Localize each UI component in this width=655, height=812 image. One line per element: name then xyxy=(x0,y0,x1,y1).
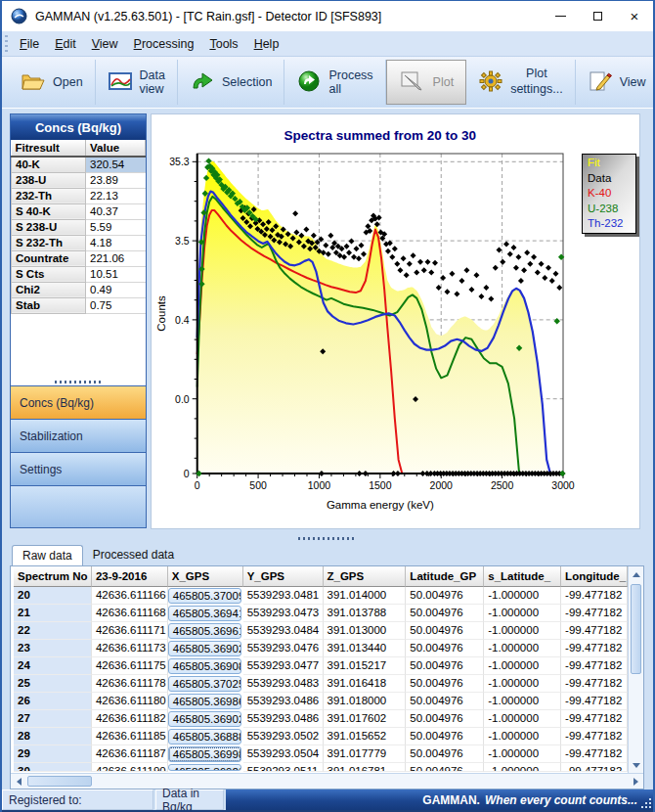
cell-z-gps[interactable]: 391.016781 xyxy=(324,763,407,772)
cell-23-9-2016[interactable]: 42636.611178 xyxy=(92,675,168,693)
cell-x-gps[interactable]: 465805.37009 xyxy=(168,588,241,604)
cell-latitude-gp[interactable]: 50.004976 xyxy=(406,693,484,710)
cell-spectrum-no[interactable]: 28 xyxy=(14,728,92,745)
scroll-up-button[interactable] xyxy=(629,566,644,582)
cell-spectrum-no[interactable]: 20 xyxy=(14,587,92,605)
tab-raw-data[interactable]: Raw data xyxy=(12,545,83,565)
fit-result-row[interactable]: Chi20.49 xyxy=(12,282,146,297)
selection-button[interactable]: Selection xyxy=(178,60,284,105)
cell-spectrum-no[interactable]: 24 xyxy=(14,657,92,675)
cell-y-gps[interactable]: 5539293.0486 xyxy=(243,710,324,728)
cell-z-gps[interactable]: 391.017779 xyxy=(324,745,407,763)
cell-x-gps[interactable]: 465805.36888 xyxy=(168,729,241,744)
table-row[interactable]: 2642636.611180465805.369865539293.048639… xyxy=(14,693,628,710)
cell-longitude-[interactable]: -99.477182 xyxy=(561,675,628,693)
fit-result-row[interactable]: Stab0.75 xyxy=(12,297,146,313)
scroll-left-button[interactable] xyxy=(11,774,26,789)
fit-result-row[interactable]: S 232-Th4.18 xyxy=(12,235,146,250)
cell-z-gps[interactable]: 391.016418 xyxy=(324,675,407,693)
cell-x-gps[interactable]: 465805.36998 xyxy=(168,746,241,762)
cell-23-9-2016[interactable]: 42636.611175 xyxy=(92,657,168,675)
table-row[interactable]: 2542636.611178465805.370255539293.048339… xyxy=(14,675,628,693)
cell-y-gps[interactable]: 5539293.0511 xyxy=(243,763,324,772)
cell-y-gps[interactable]: 5539293.0502 xyxy=(243,728,324,745)
cell-23-9-2016[interactable]: 42636.611168 xyxy=(92,605,168,622)
cell-latitude-gp[interactable]: 50.004976 xyxy=(406,657,484,675)
cell-s-latitude-[interactable]: -1.000000 xyxy=(484,640,561,657)
fit-result-row[interactable]: S 238-U5.59 xyxy=(12,219,146,235)
cell-s-latitude-[interactable]: -1.000000 xyxy=(484,693,561,710)
cell-23-9-2016[interactable]: 42636.611173 xyxy=(92,640,168,657)
cell-y-gps[interactable]: 5539293.0481 xyxy=(243,587,324,605)
cell-latitude-gp[interactable]: 50.004976 xyxy=(406,763,484,772)
sidebar-item-stabilization[interactable]: Stabilization xyxy=(11,419,146,452)
column-header-23-9-2016[interactable]: 23-9-2016 xyxy=(92,566,168,587)
plot-settings-button[interactable]: Plotsettings... xyxy=(466,60,576,105)
cell-s-latitude-[interactable]: -1.000000 xyxy=(484,728,561,745)
column-header-x-gps[interactable]: X_GPS xyxy=(168,566,243,587)
fit-col-header[interactable]: Fitresult xyxy=(12,140,86,157)
table-row[interactable]: 2342636.611173465805.369025539293.047639… xyxy=(14,640,628,657)
cell-x-gps[interactable]: 465805.36941 xyxy=(168,606,241,621)
cell-s-latitude-[interactable]: -1.000000 xyxy=(484,675,561,693)
vscroll-thumb[interactable] xyxy=(631,584,641,674)
cell-z-gps[interactable]: 391.017602 xyxy=(324,710,407,728)
cell-latitude-gp[interactable]: 50.004976 xyxy=(406,587,484,605)
minimize-button[interactable] xyxy=(542,1,579,31)
cell-longitude-[interactable]: -99.477182 xyxy=(561,763,628,772)
cell-s-latitude-[interactable]: -1.000000 xyxy=(484,745,561,763)
cell-s-latitude-[interactable]: -1.000000 xyxy=(484,605,561,622)
cell-23-9-2016[interactable]: 42636.611171 xyxy=(92,622,168,640)
cell-longitude-[interactable]: -99.477182 xyxy=(561,587,628,605)
table-row[interactable]: 2942636.611187465805.369985539293.050439… xyxy=(14,745,628,763)
scroll-down-button[interactable] xyxy=(629,757,644,773)
cell-23-9-2016[interactable]: 42636.611166 xyxy=(92,587,168,605)
cell-longitude-[interactable]: -99.477182 xyxy=(561,657,628,675)
cell-x-gps[interactable]: 465805.36902 xyxy=(168,711,241,727)
cell-spectrum-no[interactable]: 23 xyxy=(14,640,92,657)
cell-y-gps[interactable]: 5539293.0483 xyxy=(243,675,324,693)
column-header-z-gps[interactable]: Z_GPS xyxy=(324,566,407,587)
column-header-longitude-[interactable]: Longitude_ xyxy=(561,566,628,587)
cell-spectrum-no[interactable]: 26 xyxy=(14,693,92,710)
menu-help[interactable]: Help xyxy=(246,34,287,54)
fit-result-row[interactable]: 238-U23.89 xyxy=(12,172,146,188)
process-all-button[interactable]: Process all xyxy=(284,60,385,105)
column-header-latitude-gp[interactable]: Latitude_GP xyxy=(406,566,484,587)
cell-spectrum-no[interactable]: 22 xyxy=(14,622,92,640)
cell-z-gps[interactable]: 391.013440 xyxy=(324,640,407,657)
table-row[interactable]: 2042636.611166465805.370095539293.048139… xyxy=(14,587,628,605)
table-row[interactable]: 2842636.611185465805.368885539293.050239… xyxy=(14,728,628,745)
sidebar-item-concs-bq-kg[interactable]: Concs (Bq/kg) xyxy=(11,385,146,419)
cell-longitude-[interactable]: -99.477182 xyxy=(561,728,628,745)
column-header-spectrum-no[interactable]: Spectrum No xyxy=(14,566,92,587)
cell-longitude-[interactable]: -99.477182 xyxy=(561,605,628,622)
cell-longitude-[interactable]: -99.477182 xyxy=(561,693,628,710)
cell-23-9-2016[interactable]: 42636.611180 xyxy=(92,693,168,710)
cell-z-gps[interactable]: 391.015652 xyxy=(324,728,407,745)
cell-z-gps[interactable]: 391.015217 xyxy=(324,657,407,675)
cell-latitude-gp[interactable]: 50.004976 xyxy=(406,640,484,657)
cell-latitude-gp[interactable]: 50.004976 xyxy=(406,710,484,728)
menu-tools[interactable]: Tools xyxy=(201,34,245,54)
panel-splitter[interactable] xyxy=(11,378,146,385)
menu-processing[interactable]: Processing xyxy=(126,34,202,54)
cell-23-9-2016[interactable]: 42636.611187 xyxy=(92,745,168,763)
cell-z-gps[interactable]: 391.018000 xyxy=(324,693,407,710)
resize-grip-icon[interactable] xyxy=(641,798,651,808)
cell-spectrum-no[interactable]: 21 xyxy=(14,605,92,622)
toolbar-grip[interactable] xyxy=(5,35,8,53)
menu-file[interactable]: File xyxy=(12,34,47,54)
cell-23-9-2016[interactable]: 42636.611190 xyxy=(92,763,168,772)
menu-edit[interactable]: Edit xyxy=(47,34,84,54)
cell-s-latitude-[interactable]: -1.000000 xyxy=(484,587,561,605)
cell-23-9-2016[interactable]: 42636.611182 xyxy=(92,710,168,728)
cell-y-gps[interactable]: 5539293.0504 xyxy=(243,745,324,763)
cell-y-gps[interactable]: 5539293.0484 xyxy=(243,622,324,640)
fit-result-row[interactable]: Countrate221.06 xyxy=(12,250,146,266)
tab-processed-data[interactable]: Processed data xyxy=(83,545,184,565)
cell-x-gps[interactable]: 465805.36986 xyxy=(168,694,241,709)
cell-y-gps[interactable]: 5539293.0477 xyxy=(243,657,324,675)
cell-latitude-gp[interactable]: 50.004976 xyxy=(406,675,484,693)
cell-x-gps[interactable]: 465805.36928 xyxy=(168,764,241,771)
